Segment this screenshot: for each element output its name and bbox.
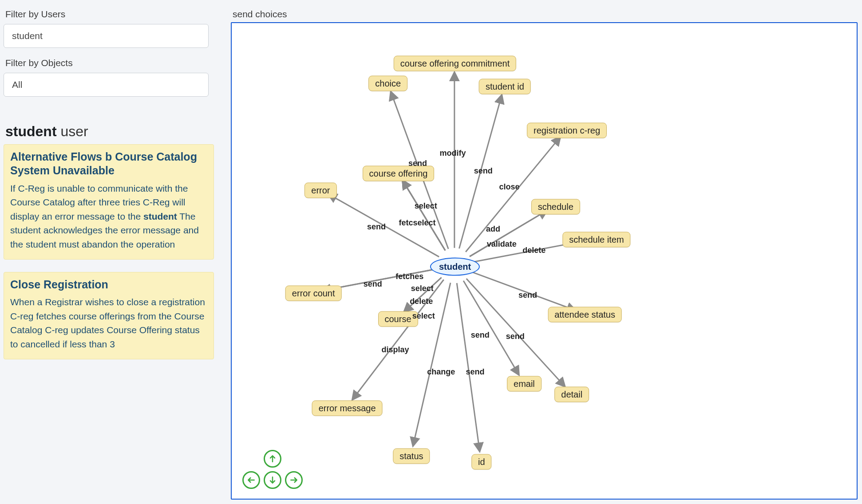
flow-card[interactable]: Alternative Flows b Course Catalog Syste… <box>4 144 214 260</box>
graph-node-schedule-item[interactable]: schedule item <box>562 232 630 248</box>
flow-card-body: When a Registrar wishes to close a regis… <box>10 295 207 351</box>
flow-card-title: Alternative Flows b Course Catalog Syste… <box>10 150 207 178</box>
arrow-down-icon <box>268 476 277 484</box>
filter-objects-select[interactable]: All <box>4 73 209 97</box>
flow-card-body: If C-Reg is unable to communicate with t… <box>10 181 207 252</box>
graph-area[interactable]: student choicecourse offering commitment… <box>231 22 858 500</box>
filter-users-select[interactable]: student <box>4 24 209 48</box>
graph-edge <box>471 272 575 310</box>
graph-node-status[interactable]: status <box>393 449 430 464</box>
graph-nav-down[interactable] <box>264 471 281 489</box>
graph-node-course-offering[interactable]: course offering <box>363 165 435 181</box>
graph-nav-up[interactable] <box>264 450 281 468</box>
graph-node-email[interactable]: email <box>507 376 542 391</box>
filter-users-value: student <box>12 31 43 41</box>
graph-node-id[interactable]: id <box>471 454 492 469</box>
graph-nav-controls <box>241 448 304 491</box>
graph-edge <box>413 283 450 446</box>
graph-edge <box>457 283 479 451</box>
graph-node-student-id[interactable]: student id <box>479 79 531 94</box>
graph-node-error-count[interactable]: error count <box>285 286 342 301</box>
flow-card[interactable]: Close Registration When a Registrar wish… <box>4 272 214 359</box>
flow-card-title: Close Registration <box>10 278 207 291</box>
filter-objects-value: All <box>12 79 22 90</box>
filter-users-label: Filter by Users <box>5 9 214 20</box>
user-heading: student user <box>5 123 214 140</box>
main: send choices student choicecourse offeri… <box>217 0 862 504</box>
graph-nav-left[interactable] <box>242 471 260 489</box>
graph-node-schedule[interactable]: schedule <box>531 199 580 214</box>
sidebar: Filter by Users student Filter by Object… <box>0 0 217 504</box>
graph-node-attendee-status[interactable]: attendee status <box>548 307 622 322</box>
graph-node-course[interactable]: course <box>378 311 418 327</box>
graph-node-error-message[interactable]: error message <box>312 400 383 416</box>
app-root: Filter by Users student Filter by Object… <box>0 0 862 504</box>
graph-center-node[interactable]: student <box>430 257 480 276</box>
graph-node-course-offering-commitment[interactable]: course offering commitment <box>394 56 516 71</box>
graph-node-detail[interactable]: detail <box>554 386 589 402</box>
graph-nav-right[interactable] <box>285 471 303 489</box>
arrow-up-icon <box>268 454 277 463</box>
user-heading-bold: student <box>5 123 57 139</box>
arrow-left-icon <box>247 476 256 484</box>
filter-objects-label: Filter by Objects <box>5 58 214 68</box>
graph-edge <box>352 280 444 400</box>
arrow-right-icon <box>289 476 298 484</box>
graph-node-choice[interactable]: choice <box>368 76 407 91</box>
graph-edge <box>328 194 439 256</box>
graph-edge <box>459 95 502 248</box>
graph-node-error[interactable]: error <box>304 182 336 198</box>
graph-svg <box>232 23 857 499</box>
graph-edge <box>466 137 560 252</box>
graph-node-registration-creg[interactable]: registration c-reg <box>527 122 607 138</box>
user-heading-light: user <box>57 123 88 139</box>
graph-title: send choices <box>233 9 858 20</box>
